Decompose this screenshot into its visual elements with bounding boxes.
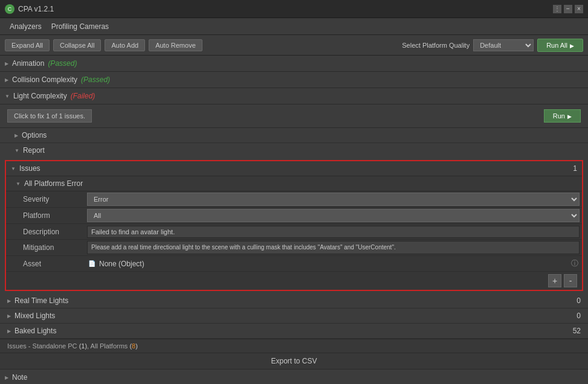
mixed-lights-count: 0 (577, 312, 581, 320)
asset-label: Asset (6, 257, 85, 270)
issues-footer: Issues - Standalone PC (1), All Platform… (0, 339, 588, 353)
footer-issues-text: Issues - Standalone PC (7, 342, 77, 350)
toolbar: Expand All Collapse All Auto Add Auto Re… (0, 35, 588, 56)
add-issue-button[interactable]: + (548, 274, 561, 287)
collision-section: ▶ Collision Complexity (Passed) (0, 72, 588, 88)
animation-status: (Passed) (48, 59, 77, 68)
mixed-lights-triangle: ▶ (7, 313, 11, 319)
fix-button[interactable]: Click to fix 1 of 1 issues. (7, 109, 92, 123)
platform-quality-select[interactable]: Default (473, 39, 534, 51)
severity-row: Severity Error (6, 191, 582, 208)
rt-lights-triangle: ▶ (7, 298, 11, 304)
rt-lights-count: 0 (577, 296, 581, 305)
baked-lights-count: 52 (573, 327, 581, 335)
title-bar: C CPA v1.2.1 ⋮ − × (0, 0, 588, 18)
issues-actions: + - (6, 272, 582, 290)
auto-add-button[interactable]: Auto Add (105, 39, 145, 51)
asset-file-icon: 📄 (88, 260, 95, 267)
options-triangle: ▶ (15, 133, 18, 138)
footer-all-paren-close: ) (135, 342, 138, 350)
light-triangle: ▼ (5, 94, 10, 99)
platform-quality-label: Select Platform Quality (402, 42, 470, 49)
run-play-icon (567, 112, 572, 120)
platform-quality-section: Select Platform Quality Default Run All (402, 39, 583, 52)
light-complexity-label: Light Complexity (13, 92, 67, 100)
severity-select[interactable]: Error (87, 193, 580, 206)
options-label: Options (22, 131, 47, 139)
animation-section-header[interactable]: ▶ Animation (Passed) (0, 56, 588, 71)
description-value: Failed to find an avatar light. (87, 226, 580, 238)
light-complexity-status: (Failed) (71, 92, 95, 100)
real-time-lights-left: ▶ Real Time Lights (7, 296, 68, 305)
note-triangle: ▶ (5, 375, 8, 380)
real-time-lights-row[interactable]: ▶ Real Time Lights 0 (0, 293, 588, 309)
description-row: Description Failed to find an avatar lig… (6, 224, 582, 240)
error-section: ▼ All Platforms Error Severity Error Pla… (6, 176, 582, 272)
animation-triangle: ▶ (5, 61, 8, 66)
auto-remove-button[interactable]: Auto Remove (149, 39, 202, 51)
issues-label: Issues (19, 164, 40, 173)
more-options-btn[interactable]: ⋮ (553, 5, 561, 13)
error-triangle: ▼ (16, 181, 21, 187)
expand-all-button[interactable]: Expand All (5, 39, 50, 51)
menu-bar: Analyzers Profiling Cameras (0, 18, 588, 35)
issues-triangle: ▼ (11, 166, 16, 171)
minimize-btn[interactable]: − (564, 5, 572, 13)
collision-triangle: ▶ (5, 77, 8, 83)
menu-analyzers[interactable]: Analyzers (5, 20, 47, 33)
animation-label: Animation (12, 59, 44, 68)
app-title: CPA v1.2.1 (18, 5, 553, 13)
collapse-all-button[interactable]: Collapse All (53, 39, 101, 51)
fix-bar: Click to fix 1 of 1 issues. Run (0, 104, 588, 128)
baked-lights-triangle: ▶ (7, 328, 11, 334)
error-group-label: All Platforms Error (24, 179, 83, 188)
mixed-lights-label: Mixed Lights (15, 312, 55, 320)
footer-all-platforms-text: , All Platforms (87, 342, 128, 350)
platform-label: Platform (6, 209, 85, 222)
asset-value: None (Object) (99, 260, 144, 268)
window-controls: ⋮ − × (553, 5, 583, 13)
note-row[interactable]: ▶ Note (0, 370, 588, 384)
play-icon (570, 42, 574, 49)
report-row[interactable]: ▼ Report (0, 143, 588, 158)
note-label: Note (12, 373, 27, 382)
platform-select[interactable]: All (87, 209, 580, 222)
baked-lights-label: Baked Lights (15, 327, 56, 335)
severity-label: Severity (6, 193, 85, 206)
menu-profiling-cameras[interactable]: Profiling Cameras (47, 20, 114, 33)
asset-row: Asset 📄 None (Object) ⓘ (6, 256, 582, 272)
issues-header-left: ▼ Issues (11, 164, 40, 173)
issues-count: 1 (573, 164, 577, 173)
export-csv-bar[interactable]: Export to CSV (0, 353, 588, 370)
issues-panel: ▼ Issues 1 ▼ All Platforms Error Severit… (5, 160, 583, 291)
asset-value-container: 📄 None (Object) ⓘ (85, 257, 582, 270)
light-complexity-header[interactable]: ▼ Light Complexity (Failed) (0, 88, 588, 104)
report-triangle: ▼ (15, 148, 19, 153)
report-label: Report (23, 146, 45, 155)
platform-row: Platform All (6, 208, 582, 224)
mixed-lights-row[interactable]: ▶ Mixed Lights 0 (0, 309, 588, 324)
run-all-button[interactable]: Run All (537, 39, 583, 52)
mixed-lights-left: ▶ Mixed Lights (7, 312, 55, 320)
export-csv-label: Export to CSV (271, 357, 317, 365)
baked-lights-row[interactable]: ▶ Baked Lights 52 (0, 324, 588, 339)
light-complexity-section: ▼ Light Complexity (Failed) Click to fix… (0, 88, 588, 339)
description-label: Description (6, 225, 85, 238)
collision-status: (Passed) (81, 75, 110, 84)
rt-lights-label: Real Time Lights (15, 296, 68, 305)
app-icon: C (5, 4, 15, 14)
mitigation-value: Please add a real time directional light… (87, 241, 580, 254)
run-button[interactable]: Run (544, 109, 581, 123)
remove-issue-button[interactable]: - (564, 274, 577, 287)
asset-info-icon[interactable]: ⓘ (571, 258, 578, 269)
options-row[interactable]: ▶ Options (0, 128, 588, 143)
collision-label: Collision Complexity (12, 75, 77, 84)
animation-section: ▶ Animation (Passed) (0, 56, 588, 72)
error-group-header[interactable]: ▼ All Platforms Error (6, 176, 582, 191)
collision-section-header[interactable]: ▶ Collision Complexity (Passed) (0, 72, 588, 88)
issues-header: ▼ Issues 1 (6, 161, 582, 176)
mitigation-row: Mitigation Please add a real time direct… (6, 240, 582, 256)
mitigation-label: Mitigation (6, 241, 85, 254)
baked-lights-left: ▶ Baked Lights (7, 327, 56, 335)
close-btn[interactable]: × (575, 5, 583, 13)
